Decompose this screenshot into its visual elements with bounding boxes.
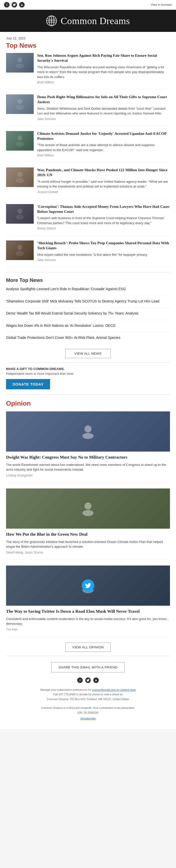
more-news-item[interactable]: Dems' Wealth Tax Bill Would Extend Socia… bbox=[6, 311, 170, 320]
news-text-5: 'Corruption': Thomas Aide Accepted Money… bbox=[37, 204, 170, 230]
news-text-1: Sen. Ron Johnson Argues Against Rich Pay… bbox=[37, 53, 170, 84]
top-news-title: Top News bbox=[6, 42, 170, 50]
news-headline-3[interactable]: Climate Activists Demand Justice for 'Un… bbox=[37, 131, 170, 141]
news-item: Dems Push Right-Wing Billionaires for In… bbox=[6, 94, 170, 126]
opinion-headline-2[interactable]: How We Put the Blue in the Green New Dea… bbox=[6, 532, 170, 537]
twitter-icon[interactable] bbox=[11, 2, 17, 7]
opinion-thumbnail-3 bbox=[6, 565, 170, 606]
svg-point-17 bbox=[82, 433, 94, 439]
more-news-item[interactable]: 'Shameless Corporate Shill' Mick Mulvane… bbox=[6, 299, 170, 308]
more-news-title: More Top News bbox=[6, 277, 170, 283]
opinion-author-2: David Helvig, Jason Scorse bbox=[6, 551, 170, 554]
footer-twitter-icon[interactable] bbox=[85, 678, 91, 683]
opinion-item: How We Put the Blue in the Green New Dea… bbox=[6, 489, 170, 560]
twitter-logo-overlay bbox=[82, 579, 94, 592]
opinion-section: Opinion Dwight Was Right: Congress Must … bbox=[6, 395, 170, 652]
opinion-item: Dwight Was Right: Congress Must Say No t… bbox=[6, 411, 170, 483]
main-content: July 12, 2023 Top News Sen. Ron Johnson … bbox=[0, 32, 176, 729]
svg-point-7 bbox=[16, 105, 24, 110]
news-author-4: Jessica Corbett bbox=[37, 190, 170, 194]
svg-point-15 bbox=[16, 251, 24, 256]
manage-email-link[interactable]: xxxxxx@email.com by clicking here bbox=[92, 688, 135, 691]
news-headline-4[interactable]: War, Pandemic, and Climate Shocks Have P… bbox=[37, 167, 170, 178]
news-item: Climate Activists Demand Justice for 'Un… bbox=[6, 131, 170, 163]
news-author-6: Jake Johnson bbox=[37, 258, 170, 262]
news-excerpt-4: "A world without hunger is possible," sa… bbox=[37, 179, 170, 189]
donate-button[interactable]: DONATE TODAY bbox=[6, 379, 50, 389]
facebook-icon[interactable]: f bbox=[4, 2, 9, 7]
footer-social-icons: f ● bbox=[6, 678, 170, 683]
more-top-news-section: More Top News Analysis Spotlights Leonar… bbox=[6, 277, 170, 344]
svg-point-5 bbox=[16, 63, 24, 68]
news-thumbnail-1 bbox=[6, 53, 34, 72]
svg-point-13 bbox=[16, 215, 24, 220]
footer-instagram-icon[interactable]: ● bbox=[93, 678, 99, 683]
svg-point-11 bbox=[16, 178, 24, 183]
news-text-2: Dems Push Right-Wing Billionaires for In… bbox=[37, 94, 170, 121]
svg-point-6 bbox=[17, 99, 22, 104]
opinion-author-1: Lindsay Koshgarian bbox=[6, 474, 170, 477]
news-excerpt-3: "The arrests of these activists are a cl… bbox=[37, 143, 170, 152]
news-thumbnail-4 bbox=[6, 167, 34, 187]
news-headline-5[interactable]: 'Corruption': Thomas Aide Accepted Money… bbox=[37, 204, 170, 214]
opinion-excerpt-2: The story of the grassroots initiative t… bbox=[6, 539, 170, 549]
footer-manage-text: Manage your subscription preferences for… bbox=[6, 687, 170, 706]
donate-sublabel: Independent news is more important than … bbox=[6, 372, 170, 375]
news-thumbnail-3 bbox=[6, 131, 34, 151]
opinion-headline-1[interactable]: Dwight Was Right: Congress Must Say No t… bbox=[6, 455, 170, 460]
news-item: 'Shocking Breach': Probe Shows Tax Prep … bbox=[6, 241, 170, 267]
news-item: 'Corruption': Thomas Aide Accepted Money… bbox=[6, 204, 170, 236]
news-item: Sen. Ron Johnson Argues Against Rich Pay… bbox=[6, 53, 170, 89]
footer-facebook-icon[interactable]: f bbox=[77, 678, 83, 683]
news-excerpt-6: One expert called the new revelations "a… bbox=[37, 252, 170, 257]
svg-point-8 bbox=[17, 135, 22, 141]
more-news-item[interactable]: Global Trade Protections Don't Cover 900… bbox=[6, 335, 170, 344]
view-all-news-button[interactable]: VIEW ALL NEWS bbox=[66, 349, 110, 358]
more-news-item[interactable]: Wages Are Down 4% in Rich Nations as 'AI… bbox=[6, 323, 170, 332]
view-all-opinion-button[interactable]: VIEW ALL OPINION bbox=[66, 643, 110, 652]
top-bar: f ● View in browser bbox=[0, 0, 176, 10]
top-social-icons: f ● bbox=[4, 2, 25, 7]
news-author-5: Kenny Stancil bbox=[37, 227, 170, 230]
svg-point-4 bbox=[17, 58, 22, 62]
view-in-browser-link[interactable]: View in browser bbox=[151, 3, 172, 6]
news-headline-1[interactable]: Sen. Ron Johnson Argues Against Rich Pay… bbox=[37, 53, 170, 63]
globe-icon bbox=[46, 15, 57, 26]
share-email-button[interactable]: SHARE THIS EMAIL WITH A FRIEND bbox=[51, 662, 125, 673]
instagram-icon[interactable]: ● bbox=[19, 2, 25, 7]
svg-point-14 bbox=[17, 245, 22, 250]
news-excerpt-1: The Wisconsin Republican millionaire acc… bbox=[37, 65, 170, 80]
news-thumbnail-5 bbox=[6, 204, 34, 224]
header: Common Dreams bbox=[0, 10, 176, 32]
news-headline-2[interactable]: Dems Push Right-Wing Billionaires for In… bbox=[37, 94, 170, 105]
svg-point-18 bbox=[84, 502, 92, 509]
news-headline-6[interactable]: 'Shocking Breach': Probe Shows Tax Prep … bbox=[37, 241, 170, 251]
news-text-4: War, Pandemic, and Climate Shocks Have P… bbox=[37, 167, 170, 194]
opinion-thumbnail-2 bbox=[6, 489, 170, 529]
opinion-headline-3[interactable]: The Way to Saving Twitter Is Down a Road… bbox=[6, 609, 170, 615]
news-excerpt-2: Sens. Sheldon Whitehouse and Dick Durbin… bbox=[37, 106, 170, 116]
opinion-excerpt-3: Consistent and enforceable content-moder… bbox=[6, 617, 170, 626]
svg-point-10 bbox=[17, 172, 22, 177]
footer-legal-text: Common Dreams is a 501(c)(3) nonprofit. … bbox=[6, 706, 170, 717]
news-excerpt-5: "Lawyers with business in front of the S… bbox=[37, 216, 170, 225]
news-author-2: Jake Johnson bbox=[37, 117, 170, 121]
donate-label: MAKE A GIFT TO COMMON DREAMS. bbox=[6, 367, 170, 371]
svg-point-16 bbox=[84, 426, 92, 433]
news-thumbnail-6 bbox=[6, 241, 34, 260]
svg-point-9 bbox=[16, 142, 24, 147]
opinion-author-3: Tim Karr bbox=[6, 628, 170, 631]
news-text-3: Climate Activists Demand Justice for 'Un… bbox=[37, 131, 170, 157]
opinion-thumbnail-1 bbox=[6, 411, 170, 452]
svg-point-12 bbox=[17, 209, 22, 214]
svg-point-19 bbox=[82, 510, 94, 516]
date-line: July 12, 2023 bbox=[6, 32, 170, 42]
more-news-item[interactable]: Analysis Spotlights Leonard Leo's Role i… bbox=[6, 287, 170, 296]
donate-section: MAKE A GIFT TO COMMON DREAMS. Independen… bbox=[6, 362, 170, 395]
site-title: Common Dreams bbox=[60, 15, 130, 26]
news-author-1: Brett Wilkins bbox=[37, 81, 170, 84]
news-item: War, Pandemic, and Climate Shocks Have P… bbox=[6, 167, 170, 199]
unsubscribe-link[interactable]: Unsubscribe bbox=[6, 717, 170, 725]
opinion-excerpt-1: The world Eisenhower warned about has ma… bbox=[6, 462, 170, 472]
news-thumbnail-2 bbox=[6, 94, 34, 114]
